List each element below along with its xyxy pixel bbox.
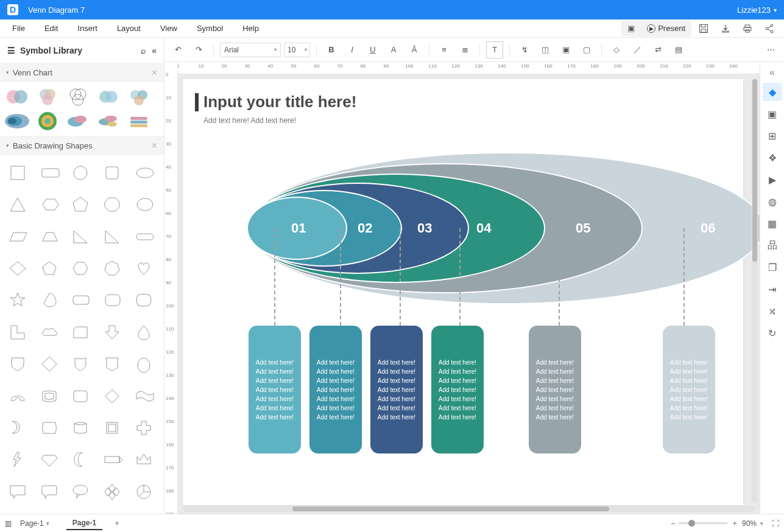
print-button[interactable] [738, 21, 757, 37]
rail-arrow-button[interactable]: ⇥ [763, 280, 782, 298]
rail-clipboard-button[interactable]: ❐ [763, 258, 782, 276]
shape-diamond2[interactable] [35, 351, 66, 377]
close-icon[interactable]: ✕ [151, 68, 158, 77]
shape-ellipse[interactable] [130, 159, 160, 186]
collapse-sidebar-icon[interactable]: « [152, 46, 157, 55]
shape-4diamond[interactable] [98, 478, 129, 505]
fullscreen-button[interactable]: ⛶ [772, 519, 779, 528]
shape-diamond3[interactable] [98, 383, 129, 410]
more-button[interactable]: ⋯ [762, 41, 779, 58]
rail-layers-button[interactable]: ❖ [763, 149, 782, 167]
fill-button[interactable]: ◇ [608, 41, 625, 58]
page[interactable]: Input your title here! Add text here! Ad… [183, 79, 743, 505]
shape-plaque[interactable] [67, 383, 97, 410]
shape-shield3[interactable] [98, 351, 129, 377]
rail-history-button[interactable]: ↻ [763, 324, 782, 342]
shape-bracket[interactable] [98, 415, 129, 441]
ellipse-num-05[interactable]: 05 [576, 220, 590, 236]
redo-button[interactable]: ↷ [190, 41, 207, 58]
shape-shield1[interactable] [4, 351, 34, 377]
user-menu[interactable]: Lizzie123 [737, 5, 777, 15]
shape-rounded-rect[interactable] [35, 159, 66, 186]
font-size-select[interactable]: 10 [284, 43, 310, 57]
shape-arrow-down[interactable] [98, 319, 129, 346]
send-back-button[interactable]: ▢ [578, 41, 595, 58]
add-page-button[interactable]: ＋ [111, 517, 123, 530]
venn-thumb-4[interactable] [95, 86, 122, 107]
rail-data-button[interactable]: ◍ [763, 192, 782, 211]
undo-button[interactable]: ↶ [169, 41, 186, 58]
menu-layout[interactable]: Layout [110, 21, 148, 35]
share-button[interactable] [760, 21, 779, 37]
shape-banner[interactable] [98, 446, 129, 473]
save-button[interactable] [694, 21, 713, 37]
vertical-scrollbar[interactable] [752, 79, 758, 503]
shape-heptagon[interactable] [98, 255, 129, 282]
horizontal-scrollbar[interactable] [183, 506, 755, 512]
shape-rounded-box2[interactable] [98, 287, 129, 313]
shape-cloud[interactable] [35, 319, 66, 346]
leader-line-1[interactable] [274, 228, 275, 332]
rail-random-button[interactable]: ⤨ [763, 302, 782, 320]
canvas[interactable]: Input your title here! Add text here! Ad… [178, 74, 760, 514]
section-venn-chart[interactable]: Venn Chart ✕ [0, 63, 164, 82]
underline-button[interactable]: U [364, 41, 381, 58]
search-icon[interactable]: ⌕ [141, 46, 146, 55]
shape-arc[interactable] [4, 383, 34, 410]
shape-cylinder[interactable] [67, 415, 97, 441]
shape-diamond[interactable] [4, 255, 34, 282]
venn-thumb-8[interactable] [65, 111, 91, 131]
venn-thumb-10[interactable] [125, 111, 152, 131]
collapse-rail-icon[interactable]: « [760, 66, 785, 79]
shape-octagon[interactable] [98, 191, 129, 218]
layers-button[interactable]: ▤ [670, 41, 687, 58]
leader-line-3[interactable] [400, 228, 401, 332]
shape-triangle[interactable] [4, 191, 34, 218]
shape-right-triangle-2[interactable] [98, 223, 129, 250]
shape-wave[interactable] [130, 383, 160, 410]
ellipse-num-02[interactable]: 02 [358, 220, 372, 236]
card-03[interactable]: Add text here! Add text here! Add text h… [370, 326, 423, 453]
zoom-in-button[interactable]: ＋ [731, 518, 738, 528]
venn-thumb-7[interactable] [34, 111, 61, 131]
shape-pentagon2[interactable] [35, 255, 66, 282]
page-title[interactable]: Input your title here! [203, 93, 356, 111]
italic-button[interactable]: I [344, 41, 361, 58]
rail-style-button[interactable]: ◆ [763, 83, 782, 101]
shape-hexagon[interactable] [67, 255, 97, 282]
shape-frame[interactable] [35, 383, 66, 410]
line-color-button[interactable]: ／ [629, 41, 646, 58]
leader-line-2[interactable] [340, 228, 341, 332]
stacked-ellipses[interactable]: 01 02 03 04 05 06 [213, 152, 725, 304]
bold-button[interactable]: B [323, 41, 340, 58]
shape-trapezoid[interactable] [35, 223, 66, 250]
shape-pentagon[interactable] [67, 191, 97, 218]
shape-rounded-square[interactable] [98, 159, 129, 186]
card-06[interactable]: Add text here! Add text here! Add text h… [663, 326, 715, 453]
leader-line-5[interactable] [559, 228, 560, 332]
shape-drop[interactable] [35, 287, 66, 313]
shape-circle[interactable] [67, 159, 97, 186]
venn-thumb-9[interactable] [95, 111, 122, 131]
venn-thumb-6[interactable] [4, 111, 30, 131]
font-color-button[interactable]: A [385, 41, 402, 58]
venn-thumb-1[interactable] [4, 86, 30, 107]
shape-hexagon-wide[interactable] [35, 191, 66, 218]
page-subtitle[interactable]: Add text here! Add text here! [203, 116, 356, 125]
shape-pill[interactable] [130, 223, 160, 250]
shape-speech-oval[interactable] [67, 478, 97, 505]
ellipse-num-04[interactable]: 04 [476, 220, 491, 236]
rail-tree-button[interactable]: 品 [763, 236, 782, 254]
shape-plus[interactable] [130, 415, 160, 441]
leader-line-6[interactable] [683, 228, 685, 332]
menu-help[interactable]: Help [235, 21, 266, 35]
ellipse-num-03[interactable]: 03 [417, 220, 432, 236]
present-button[interactable]: Present [641, 21, 691, 37]
text-tool-button[interactable]: T [486, 41, 503, 58]
close-icon[interactable]: ✕ [151, 141, 158, 150]
shape-lightning[interactable] [4, 446, 34, 473]
zoom-slider[interactable] [679, 522, 727, 524]
line-spacing-button[interactable]: ≣ [456, 41, 473, 58]
leader-line-4[interactable] [459, 228, 461, 332]
venn-thumb-3[interactable] [65, 86, 91, 107]
